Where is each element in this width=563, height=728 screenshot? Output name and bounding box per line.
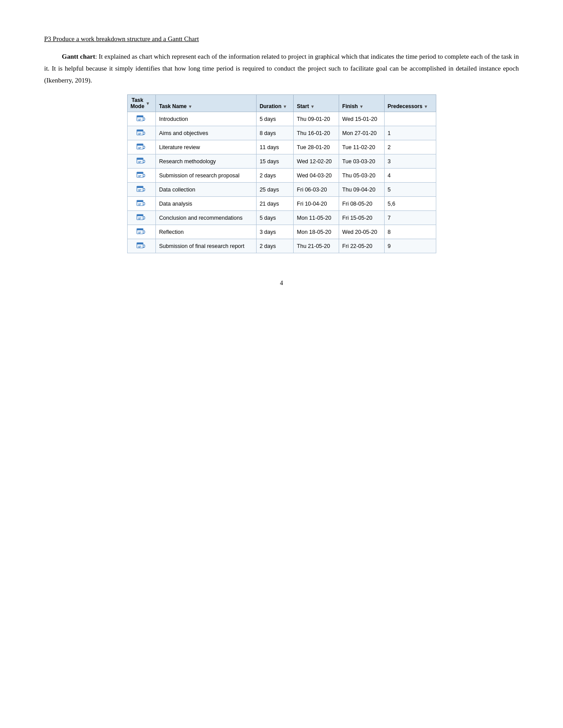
start-cell: Fri 06-03-20: [294, 183, 339, 197]
task-mode-icon: [136, 171, 146, 180]
svg-rect-21: [137, 172, 143, 174]
task-mode-icon: [136, 241, 146, 250]
task-mode-cell: [127, 112, 156, 126]
task-mode-cell: [127, 211, 156, 225]
dropdown-arrow-task-mode[interactable]: ▼: [146, 101, 150, 106]
table-row: Submission of final research report2 day…: [127, 239, 436, 253]
dropdown-arrow-start[interactable]: ▼: [310, 104, 315, 109]
duration-cell: 15 days: [256, 154, 293, 169]
task-name-cell: Reflection: [156, 225, 257, 239]
predecessors-cell: 2: [384, 140, 436, 154]
task-mode-cell: [127, 197, 156, 211]
start-cell: Thu 21-05-20: [294, 239, 339, 253]
duration-cell: 3 days: [256, 225, 293, 239]
predecessors-cell: 5,6: [384, 197, 436, 211]
finish-cell: Thu 09-04-20: [339, 183, 385, 197]
duration-cell: 5 days: [256, 112, 293, 126]
task-mode-cell: [127, 169, 156, 183]
svg-rect-26: [137, 186, 143, 188]
table-row: Introduction5 daysThu 09-01-20Wed 15-01-…: [127, 112, 436, 126]
task-name-cell: Conclusion and recommendations: [156, 211, 257, 225]
col-header-duration[interactable]: Duration ▼: [256, 95, 293, 112]
predecessors-cell: 7: [384, 211, 436, 225]
predecessors-cell: 8: [384, 225, 436, 239]
duration-cell: 11 days: [256, 140, 293, 154]
start-cell: Mon 11-05-20: [294, 211, 339, 225]
task-mode-icon: [136, 213, 146, 222]
duration-cell: 2 days: [256, 239, 293, 253]
svg-rect-31: [137, 200, 143, 202]
table-row: Conclusion and recommendations5 daysMon …: [127, 211, 436, 225]
task-mode-cell: [127, 225, 156, 239]
task-mode-cell: [127, 140, 156, 154]
predecessors-cell: 1: [384, 126, 436, 140]
table-row: Submission of research proposal2 daysWed…: [127, 169, 436, 183]
predecessors-cell: 4: [384, 169, 436, 183]
finish-cell: Wed 20-05-20: [339, 225, 385, 239]
finish-cell: Tue 03-03-20: [339, 154, 385, 169]
duration-cell: 21 days: [256, 197, 293, 211]
task-name-cell: Submission of final research report: [156, 239, 257, 253]
col-header-finish[interactable]: Finish ▼: [339, 95, 385, 112]
task-mode-icon: [136, 114, 146, 123]
predecessors-cell: 9: [384, 239, 436, 253]
task-name-cell: Literature review: [156, 140, 257, 154]
start-cell: Thu 09-01-20: [294, 112, 339, 126]
col-label-finish: Finish: [342, 103, 358, 109]
task-mode-cell: [127, 183, 156, 197]
col-label-start: Start: [297, 103, 309, 109]
table-row: Data collection25 daysFri 06-03-20Thu 09…: [127, 183, 436, 197]
page-heading: P3 Produce a work breakdown structure an…: [44, 35, 519, 43]
col-header-task-name[interactable]: Task Name ▼: [156, 95, 257, 112]
table-row: Data analysis21 daysFri 10-04-20Fri 08-0…: [127, 197, 436, 211]
svg-rect-16: [137, 158, 143, 160]
dropdown-arrow-duration[interactable]: ▼: [283, 104, 287, 109]
task-name-cell: Introduction: [156, 112, 257, 126]
table-header-row: TaskMode ▼ Task Name ▼ Duration ▼: [127, 95, 436, 112]
start-cell: Tue 28-01-20: [294, 140, 339, 154]
table-row: Reflection3 daysMon 18-05-20Wed 20-05-20…: [127, 225, 436, 239]
start-cell: Mon 18-05-20: [294, 225, 339, 239]
finish-cell: Fri 08-05-20: [339, 197, 385, 211]
col-header-task-mode[interactable]: TaskMode ▼: [127, 95, 156, 112]
predecessors-cell: [384, 112, 436, 126]
finish-cell: Fri 15-05-20: [339, 211, 385, 225]
task-name-cell: Submission of research proposal: [156, 169, 257, 183]
task-name-cell: Data collection: [156, 183, 257, 197]
col-header-predecessors[interactable]: Predecessors ▼: [384, 95, 436, 112]
task-name-cell: Research methodology: [156, 154, 257, 169]
dropdown-arrow-finish[interactable]: ▼: [359, 104, 363, 109]
svg-rect-6: [137, 130, 143, 131]
task-name-cell: Aims and objectives: [156, 126, 257, 140]
task-mode-icon: [136, 128, 146, 137]
dropdown-arrow-predecessors[interactable]: ▼: [424, 104, 428, 109]
start-cell: Wed 12-02-20: [294, 154, 339, 169]
page-number: 4: [44, 280, 519, 287]
table-row: Research methodology15 daysWed 12-02-20T…: [127, 154, 436, 169]
col-label-task-mode: TaskMode: [131, 97, 144, 109]
svg-rect-11: [137, 144, 143, 146]
duration-cell: 25 days: [256, 183, 293, 197]
task-mode-icon: [136, 185, 146, 194]
svg-rect-46: [137, 243, 143, 244]
task-mode-icon: [136, 227, 146, 236]
task-mode-icon: [136, 157, 146, 165]
paragraph-text: It explained as chart which represent ea…: [44, 53, 519, 84]
finish-cell: Fri 22-05-20: [339, 239, 385, 253]
task-mode-icon: [136, 199, 146, 208]
col-header-start[interactable]: Start ▼: [294, 95, 339, 112]
table-row: Literature review11 daysTue 28-01-20Tue …: [127, 140, 436, 154]
finish-cell: Tue 11-02-20: [339, 140, 385, 154]
predecessors-cell: 3: [384, 154, 436, 169]
start-cell: Thu 16-01-20: [294, 126, 339, 140]
svg-rect-1: [137, 116, 143, 117]
body-paragraph: Gantt chart: It explained as chart which…: [44, 51, 519, 86]
duration-cell: 8 days: [256, 126, 293, 140]
duration-cell: 2 days: [256, 169, 293, 183]
col-label-duration: Duration: [260, 103, 281, 109]
dropdown-arrow-task-name[interactable]: ▼: [188, 104, 193, 109]
finish-cell: Thu 05-03-20: [339, 169, 385, 183]
gantt-table-wrapper: TaskMode ▼ Task Name ▼ Duration ▼: [127, 94, 436, 253]
start-cell: Wed 04-03-20: [294, 169, 339, 183]
svg-rect-36: [137, 214, 143, 216]
